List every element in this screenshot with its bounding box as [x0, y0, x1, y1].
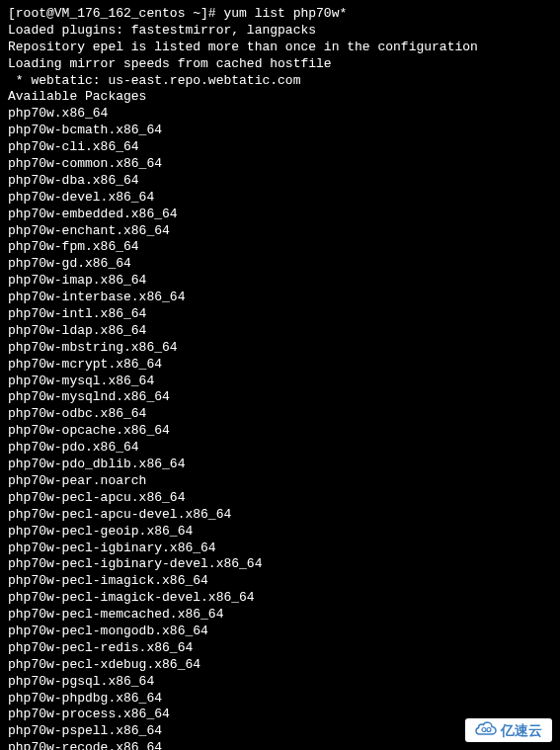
output-line: Repository epel is listed more than once…	[8, 40, 552, 56]
output-line: php70w-pgsql.x86_64	[8, 674, 552, 691]
output-line: php70w-imap.x86_64	[8, 273, 552, 290]
output-line: php70w-odbc.x86_64	[8, 406, 552, 423]
output-line: php70w-pdo.x86_64	[8, 440, 552, 457]
output-line: php70w-intl.x86_64	[8, 306, 552, 323]
watermark-badge: 亿速云	[465, 718, 552, 742]
output-line: php70w-fpm.x86_64	[8, 239, 552, 256]
output-line: php70w-common.x86_64	[8, 156, 552, 173]
output-line: php70w-devel.x86_64	[8, 190, 552, 207]
output-line: php70w-gd.x86_64	[8, 256, 552, 273]
output-line: php70w-pecl-xdebug.x86_64	[8, 657, 552, 674]
output-line: php70w-embedded.x86_64	[8, 207, 552, 223]
output-line: php70w-opcache.x86_64	[8, 423, 552, 440]
output-line: * webtatic: us-east.repo.webtatic.com	[8, 73, 552, 90]
output-line: Loaded plugins: fastestmirror, langpacks	[8, 23, 552, 40]
watermark-text: 亿速云	[501, 721, 542, 739]
output-line: php70w-pecl-redis.x86_64	[8, 640, 552, 657]
output-line: php70w-pecl-imagick.x86_64	[8, 573, 552, 590]
output-line: php70w-interbase.x86_64	[8, 290, 552, 306]
output-line: php70w-ldap.x86_64	[8, 323, 552, 340]
output-line: php70w-enchant.x86_64	[8, 223, 552, 240]
output-line: php70w-pecl-apcu.x86_64	[8, 490, 552, 507]
output-line: php70w-cli.x86_64	[8, 139, 552, 156]
output-line: php70w-pecl-memcached.x86_64	[8, 607, 552, 624]
output-line: php70w-pecl-mongodb.x86_64	[8, 624, 552, 640]
output-line: php70w-mysql.x86_64	[8, 374, 552, 390]
command-line: [root@VM_176_162_centos ~]# yum list php…	[8, 6, 552, 23]
output-line: php70w-pear.noarch	[8, 473, 552, 490]
cloud-icon	[475, 721, 497, 739]
output-line: php70w-dba.x86_64	[8, 173, 552, 190]
output-line: php70w-pecl-igbinary.x86_64	[8, 541, 552, 557]
command-text: yum list php70w*	[223, 6, 347, 21]
terminal-output[interactable]: [root@VM_176_162_centos ~]# yum list php…	[8, 6, 552, 750]
svg-point-0	[482, 727, 486, 731]
output-line: php70w-phpdbg.x86_64	[8, 691, 552, 708]
output-line: php70w-pdo_dblib.x86_64	[8, 457, 552, 473]
output-line: php70w-pecl-igbinary-devel.x86_64	[8, 556, 552, 573]
output-line: Available Packages	[8, 89, 552, 106]
output-line: php70w-mbstring.x86_64	[8, 340, 552, 357]
shell-prompt: [root@VM_176_162_centos ~]#	[8, 6, 223, 21]
output-line: php70w-mysqlnd.x86_64	[8, 389, 552, 406]
output-line: php70w-bcmath.x86_64	[8, 123, 552, 139]
output-line: php70w.x86_64	[8, 106, 552, 123]
output-line: php70w-mcrypt.x86_64	[8, 357, 552, 374]
output-line: php70w-pecl-geoip.x86_64	[8, 524, 552, 541]
output-line: php70w-pecl-imagick-devel.x86_64	[8, 590, 552, 607]
output-line: php70w-pecl-apcu-devel.x86_64	[8, 507, 552, 524]
output-lines-container: Loaded plugins: fastestmirror, langpacks…	[8, 23, 552, 750]
output-line: Loading mirror speeds from cached hostfi…	[8, 56, 552, 73]
svg-point-1	[487, 727, 491, 731]
